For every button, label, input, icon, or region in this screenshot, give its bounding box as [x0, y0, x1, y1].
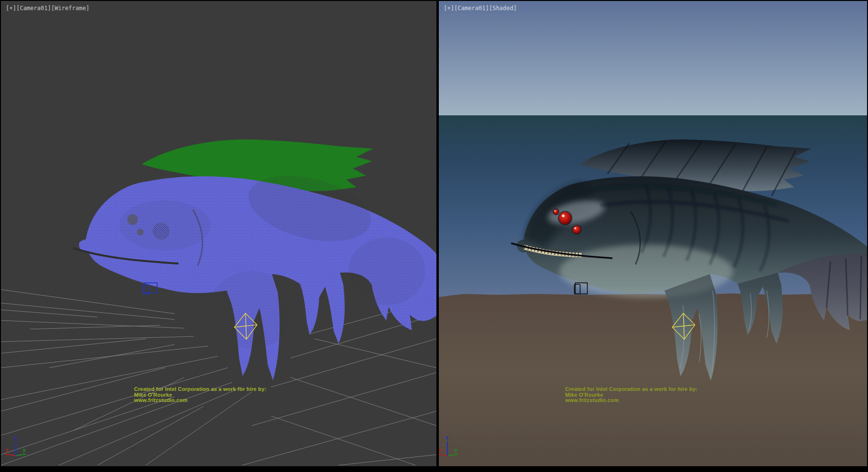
fish-model[interactable] — [73, 139, 436, 380]
world-axis-gizmo: x y z — [5, 434, 26, 456]
axis-y-label: y — [454, 447, 458, 453]
viewport-wireframe[interactable]: x y z [+][Camera01][Wireframe] Created f… — [1, 1, 436, 466]
viewport-label: [+][Camera01][Shaded] — [444, 5, 517, 12]
viewport-shading-menu[interactable]: [Shaded] — [489, 5, 517, 12]
axis-z-label: z — [14, 434, 17, 441]
watermark: Created for Intel Corporation as a work … — [134, 387, 266, 403]
viewport-expand-menu[interactable]: [+] — [444, 5, 454, 12]
red-eye-small — [573, 226, 581, 234]
viewport-camera-menu[interactable]: [Camera01] — [16, 5, 51, 12]
viewport-shading-menu[interactable]: [Wireframe] — [51, 5, 89, 12]
watermark: Created for Intel Corporation as a work … — [565, 387, 697, 403]
watermark-line3: www.fritzstudio.com — [134, 398, 266, 403]
ground-plane — [439, 293, 867, 466]
red-eye-tiny — [554, 209, 559, 215]
viewport-label: [+][Camera01][Wireframe] — [6, 5, 89, 12]
red-eye-large — [559, 212, 571, 224]
viewport-shaded[interactable]: x y z [+][Camera01][Shaded] Created for … — [439, 1, 867, 466]
axis-y-label: y — [23, 447, 26, 453]
watermark-line1: Created for Intel Corporation as a work … — [565, 387, 697, 392]
axis-x-label: x — [5, 447, 9, 453]
viewport-camera-menu[interactable]: [Camera01] — [454, 5, 489, 12]
viewport-expand-menu[interactable]: [+] — [6, 5, 16, 12]
watermark-line3: www.fritzstudio.com — [565, 398, 697, 403]
watermark-line1: Created for Intel Corporation as a work … — [134, 387, 266, 392]
axis-x-label: x — [439, 447, 442, 453]
axis-z-label: z — [446, 434, 449, 441]
sky-upper — [439, 1, 867, 115]
